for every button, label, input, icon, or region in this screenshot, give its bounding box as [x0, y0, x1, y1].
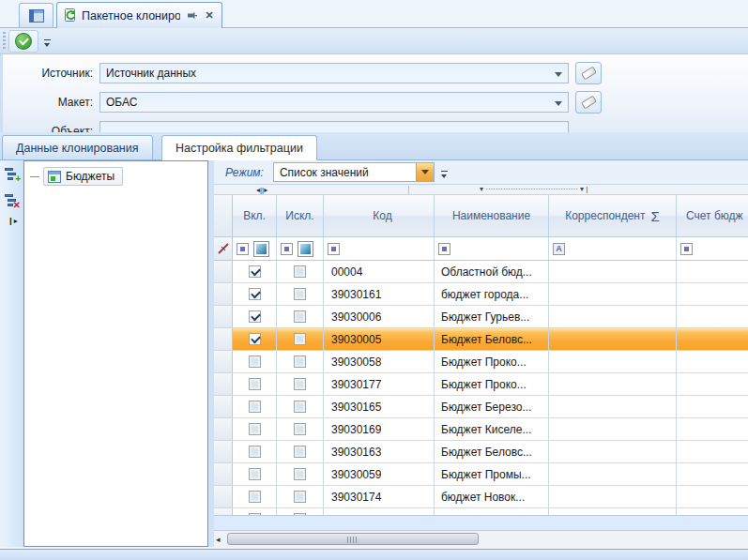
- cell-correspondent[interactable]: [549, 351, 677, 372]
- delete-node-button[interactable]: ✕: [1, 189, 23, 213]
- excl-checkbox[interactable]: [294, 491, 306, 503]
- cell-account[interactable]: [677, 508, 748, 515]
- header-name[interactable]: Наименование: [435, 195, 549, 236]
- excl-checkbox[interactable]: [294, 423, 306, 435]
- tab-cloning-data[interactable]: Данные клонирования: [2, 135, 153, 160]
- tab-filter-settings[interactable]: Настройка фильтрации: [161, 135, 317, 160]
- row-indicator[interactable]: [214, 508, 233, 515]
- filter-correspondent-cell[interactable]: A: [549, 237, 677, 260]
- horizontal-scrollbar[interactable]: ◂: [214, 530, 748, 547]
- cell-account[interactable]: [677, 306, 748, 327]
- scroll-left-icon[interactable]: ◂: [216, 535, 221, 544]
- chevron-down-icon[interactable]: [555, 101, 562, 106]
- row-indicator[interactable]: [214, 306, 233, 327]
- cell-correspondent[interactable]: [549, 508, 677, 515]
- header-account[interactable]: Счет бюдж: [677, 195, 748, 236]
- cell-correspondent[interactable]: [549, 396, 677, 417]
- cell-code[interactable]: 39030057: [324, 508, 435, 515]
- cell-account[interactable]: [677, 283, 748, 305]
- cell-name[interactable]: Бюджет Гурьев...: [435, 306, 549, 327]
- cell-account[interactable]: [677, 396, 748, 417]
- row-indicator[interactable]: [214, 283, 233, 305]
- row-indicator[interactable]: [214, 351, 233, 372]
- incl-checkbox[interactable]: [249, 446, 261, 458]
- excl-checkbox[interactable]: [294, 378, 306, 390]
- cell-code[interactable]: 39030006: [324, 306, 435, 327]
- cell-code[interactable]: 39030165: [324, 396, 435, 417]
- row-indicator[interactable]: [214, 463, 233, 485]
- excl-checkbox[interactable]: [294, 288, 306, 300]
- mode-overflow-icon[interactable]: [440, 171, 449, 179]
- excl-cell[interactable]: [277, 486, 324, 507]
- cell-name[interactable]: Областной бюд...: [435, 261, 549, 282]
- cell-name[interactable]: Бюджет Проко...: [435, 373, 549, 395]
- filter-type-icon[interactable]: [237, 243, 249, 255]
- excl-cell[interactable]: [277, 508, 324, 515]
- incl-checkbox[interactable]: [249, 356, 261, 368]
- table-row[interactable]: 39030163 Бюджет Беловс...: [214, 441, 748, 463]
- cell-correspondent[interactable]: [549, 418, 677, 440]
- cell-name[interactable]: бюджет города...: [435, 283, 549, 305]
- tree-node-budgets[interactable]: Бюджеты: [30, 167, 123, 186]
- excl-cell[interactable]: [277, 418, 324, 440]
- filter-name-cell[interactable]: [435, 237, 549, 260]
- cell-name[interactable]: бюджет Новок...: [435, 486, 549, 507]
- header-incl[interactable]: Вкл.: [233, 195, 277, 236]
- incl-checkbox[interactable]: [249, 423, 261, 435]
- excl-checkbox[interactable]: [294, 356, 306, 368]
- window-list-tab[interactable]: [19, 3, 53, 27]
- table-row[interactable]: 39030174 бюджет Новок...: [214, 486, 748, 508]
- incl-cell[interactable]: [233, 328, 277, 350]
- table-row[interactable]: 39030161 бюджет города...: [214, 283, 748, 306]
- excl-cell[interactable]: [277, 396, 324, 417]
- add-node-button[interactable]: +: [1, 163, 23, 187]
- incl-cell[interactable]: [233, 508, 277, 515]
- cell-correspondent[interactable]: [549, 283, 677, 305]
- cell-account[interactable]: [677, 441, 748, 462]
- row-indicator[interactable]: [214, 261, 233, 282]
- cell-name[interactable]: Бюджет Н...: [435, 508, 549, 515]
- cell-account[interactable]: [677, 351, 748, 372]
- incl-cell[interactable]: [233, 418, 277, 440]
- filter-type-icon[interactable]: [281, 243, 293, 255]
- table-row[interactable]: 39030165 Бюджет Березо...: [214, 396, 748, 418]
- cell-name[interactable]: Бюджет Киселе...: [435, 418, 549, 440]
- incl-cell[interactable]: [233, 396, 277, 417]
- excl-cell[interactable]: [277, 351, 324, 372]
- table-row[interactable]: 39030057 Бюджет Н...: [214, 508, 748, 515]
- table-row[interactable]: 39030169 Бюджет Киселе...: [214, 418, 748, 441]
- cell-code[interactable]: 39030058: [324, 351, 435, 372]
- layout-field[interactable]: ОБАС: [99, 92, 569, 113]
- scrollbar-thumb[interactable]: [227, 533, 479, 545]
- cell-correspondent[interactable]: [549, 306, 677, 327]
- incl-cell[interactable]: [233, 486, 277, 507]
- row-indicator[interactable]: [214, 418, 233, 440]
- filter-type-icon[interactable]: [328, 243, 340, 255]
- cell-account[interactable]: [677, 261, 748, 282]
- header-code[interactable]: Код: [324, 195, 435, 236]
- row-indicator[interactable]: [214, 373, 233, 395]
- incl-checkbox[interactable]: [249, 491, 261, 503]
- excl-cell[interactable]: [277, 441, 324, 462]
- incl-cell[interactable]: [233, 463, 277, 485]
- incl-cell[interactable]: [233, 373, 277, 395]
- excl-checkbox[interactable]: [294, 333, 306, 345]
- filter-code-cell[interactable]: [324, 237, 435, 260]
- incl-cell[interactable]: [233, 283, 277, 305]
- row-indicator[interactable]: [214, 396, 233, 417]
- close-icon[interactable]: ✕: [203, 9, 216, 23]
- cell-code[interactable]: 39030161: [324, 283, 435, 305]
- filter-account-cell[interactable]: [677, 237, 748, 260]
- table-row[interactable]: 39030005 Бюджет Беловс...: [214, 328, 748, 351]
- excl-cell[interactable]: [277, 373, 324, 395]
- excl-cell[interactable]: [277, 261, 324, 282]
- cell-code[interactable]: 39030177: [324, 373, 435, 395]
- filter-tree-panel[interactable]: Бюджеты: [23, 160, 208, 547]
- incl-cell[interactable]: [233, 441, 277, 462]
- excl-cell[interactable]: [277, 306, 324, 327]
- toolbar-expand-icon[interactable]: ❙▸: [8, 217, 18, 225]
- header-excl[interactable]: Искл.: [277, 195, 324, 236]
- incl-cell[interactable]: [233, 261, 277, 282]
- cell-correspondent[interactable]: [549, 261, 677, 282]
- cell-correspondent[interactable]: [549, 441, 677, 462]
